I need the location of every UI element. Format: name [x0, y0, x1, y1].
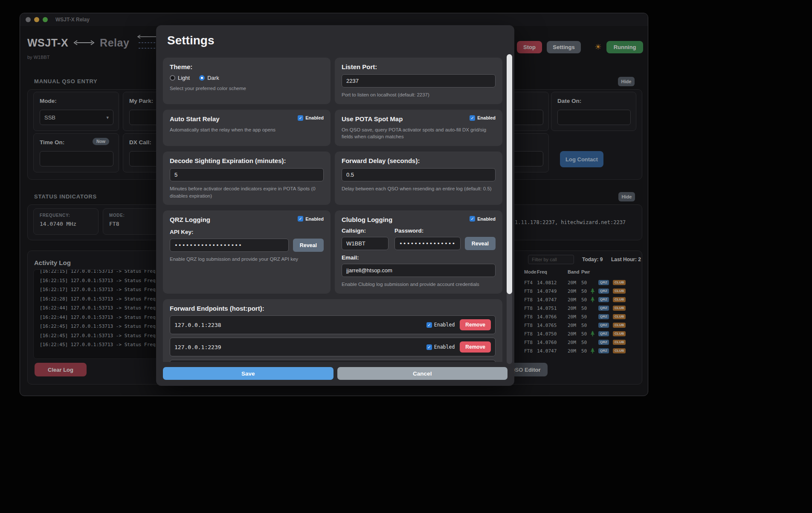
modal-title: Settings [167, 34, 503, 47]
desktop: WSJT-X Relay WSJT-X Relay [0, 0, 812, 513]
theme-light-radio[interactable]: Light [170, 75, 190, 81]
enabled-label: Enabled [477, 115, 496, 120]
qrz-logging-label: QRZ Logging [170, 216, 210, 223]
save-button[interactable]: Save [163, 367, 334, 380]
enabled-label: Enabled [434, 322, 455, 328]
radio-unselected-icon [170, 75, 175, 81]
checkbox-checked-icon: ✓ [470, 115, 475, 121]
listen-port-label: Listen Port: [342, 63, 496, 70]
endpoint-row: 127.0.0.1:2238✓EnabledRemove [170, 315, 496, 334]
modal-scrollbar-track[interactable] [507, 54, 512, 364]
endpoint-enabled-checkbox[interactable]: ✓Enabled [426, 344, 455, 350]
theme-caption: Select your preferred color scheme [170, 85, 324, 92]
pota-card: Use POTA Spot Map ✓ Enabled On QSO save,… [335, 110, 502, 146]
qrz-api-key-input[interactable] [170, 239, 289, 252]
modal-header: Settings [156, 25, 514, 54]
cancel-button[interactable]: Cancel [337, 367, 508, 380]
enabled-label: Enabled [434, 344, 455, 350]
clublog-card: Clublog Logging ✓ Enabled Callsign: [335, 210, 502, 294]
listen-port-input[interactable] [342, 74, 496, 87]
auto-start-label: Auto Start Relay [170, 115, 220, 122]
decode-expiration-label: Decode Sighting Expiration (minutes): [170, 157, 324, 164]
clublog-caption: Enable Clublog log submission and provid… [342, 281, 496, 288]
enabled-label: Enabled [477, 216, 496, 222]
theme-dark-radio[interactable]: Dark [199, 75, 219, 81]
checkbox-checked-icon: ✓ [426, 322, 432, 328]
settings-modal: Settings Theme: Light [156, 25, 514, 386]
pota-caption: On QSO save, query POTA activator spots … [342, 126, 496, 140]
checkbox-checked-icon: ✓ [426, 344, 432, 350]
qrz-caption: Enable QRZ log submission and provide yo… [170, 256, 324, 263]
endpoint-host-value[interactable]: 127.0.0.1:2239 [174, 344, 421, 350]
checkbox-checked-icon: ✓ [470, 216, 475, 222]
pota-checkbox[interactable]: ✓ Enabled [470, 115, 496, 121]
endpoint-rows: 127.0.0.1:2238✓EnabledRemove127.0.0.1:22… [170, 315, 496, 362]
radio-selected-icon [199, 75, 205, 81]
auto-start-caption: Automatically start the relay when the a… [170, 126, 324, 134]
modal-scrollbar-thumb[interactable] [507, 54, 512, 294]
modal-footer: Save Cancel [156, 362, 514, 386]
modal-body: Theme: Light Dark Select your prefer [156, 54, 514, 362]
forward-delay-input[interactable] [342, 168, 496, 181]
clublog-email-input[interactable] [342, 264, 496, 277]
endpoint-row: 127.0.0.1:2239✓EnabledRemove [170, 338, 496, 356]
checkbox-checked-icon: ✓ [298, 115, 303, 121]
qrz-logging-card: QRZ Logging ✓ Enabled API Key: Reveal En… [163, 210, 331, 294]
listen-port-card: Listen Port: Port to listen on localhost… [335, 58, 502, 104]
forward-endpoints-card: Forward Endpoints (host:port): 127.0.0.1… [163, 299, 502, 362]
decode-expiration-caption: Minutes before activator decode indicato… [170, 185, 324, 199]
email-label: Email: [342, 254, 496, 261]
theme-card: Theme: Light Dark Select your prefer [163, 58, 331, 104]
enabled-label: Enabled [305, 216, 324, 222]
auto-start-card: Auto Start Relay ✓ Enabled Automatically… [163, 110, 331, 146]
decode-expiration-input[interactable] [170, 168, 324, 181]
forward-endpoints-label: Forward Endpoints (host:port): [170, 305, 496, 312]
remove-endpoint-button[interactable]: Remove [460, 319, 491, 330]
listen-port-caption: Port to listen on localhost (default: 22… [342, 91, 496, 99]
decode-expiration-card: Decode Sighting Expiration (minutes): Mi… [163, 152, 331, 205]
endpoint-host-value[interactable]: 127.0.0.1:2238 [174, 322, 421, 328]
clublog-reveal-button[interactable]: Reveal [465, 237, 496, 250]
qrz-checkbox[interactable]: ✓ Enabled [298, 216, 324, 222]
checkbox-checked-icon: ✓ [298, 216, 303, 222]
callsign-label: Callsign: [342, 227, 389, 234]
clublog-password-input[interactable] [394, 237, 461, 250]
clublog-callsign-input[interactable] [342, 237, 389, 250]
clublog-checkbox[interactable]: ✓ Enabled [470, 216, 496, 222]
remove-endpoint-button[interactable]: Remove [460, 341, 491, 353]
light-label: Light [178, 75, 190, 81]
api-key-label: API Key: [170, 229, 324, 235]
theme-label: Theme: [170, 63, 324, 70]
auto-start-checkbox[interactable]: ✓ Enabled [298, 115, 324, 121]
pota-label: Use POTA Spot Map [342, 115, 403, 122]
dark-label: Dark [207, 75, 219, 81]
clublog-label: Clublog Logging [342, 216, 392, 223]
forward-delay-label: Forward Delay (seconds): [342, 157, 496, 164]
enabled-label: Enabled [305, 115, 324, 120]
password-label: Password: [394, 227, 496, 234]
forward-delay-caption: Delay between each QSO when resending an… [342, 185, 496, 192]
forward-delay-card: Forward Delay (seconds): Delay between e… [335, 152, 502, 205]
endpoint-enabled-checkbox[interactable]: ✓Enabled [426, 322, 455, 328]
app-window: WSJT-X Relay WSJT-X Relay [20, 13, 648, 396]
qrz-reveal-button[interactable]: Reveal [293, 239, 324, 252]
